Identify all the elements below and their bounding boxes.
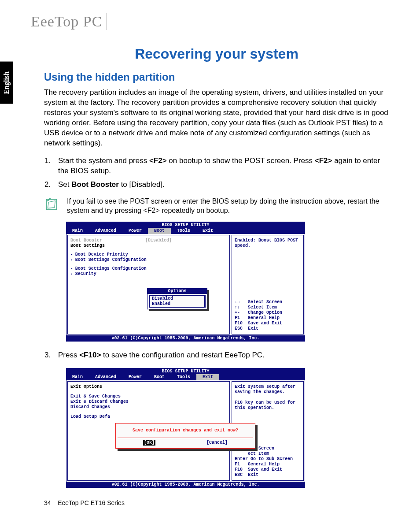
step-1: Start the system and press <F2> on bootu…: [53, 156, 389, 176]
product-logo: EeeTop PC: [31, 13, 107, 30]
language-tab: English: [0, 62, 13, 104]
bios-menu-tabs: Main Advanced Power Boot Tools Exit: [66, 374, 305, 380]
step-2: Set Boot Booster to [Disabled].: [53, 180, 389, 190]
dialog-cancel-button: [Cancel]: [206, 440, 228, 446]
page-footer: 34 EeeTop PC ET16 Series: [44, 499, 398, 506]
step-3: Press <F10> to save the configuration an…: [53, 350, 389, 360]
page-title: Recovering your system: [44, 46, 389, 62]
bios-screenshot-exit: BIOS SETUP UTILITY Main Advanced Power B…: [66, 368, 305, 488]
section-title: Using the hidden partition: [44, 71, 389, 83]
bios-screenshot-boot: BIOS SETUP UTILITY Main Advanced Power B…: [66, 222, 305, 342]
bios-options-popup: Options Disabled Enabled: [147, 288, 207, 309]
bios-menu-tabs: Main Advanced Power Boot Tools Exit: [66, 228, 305, 234]
note-callout: If you fail to see the POST screen or en…: [44, 197, 389, 215]
note-icon: [44, 197, 59, 212]
dialog-ok-button: [Ok]: [143, 440, 155, 446]
intro-paragraph: The recovery partition includes an image…: [44, 88, 389, 149]
bios-save-dialog: Save configuration changes and exit now?…: [115, 423, 255, 449]
